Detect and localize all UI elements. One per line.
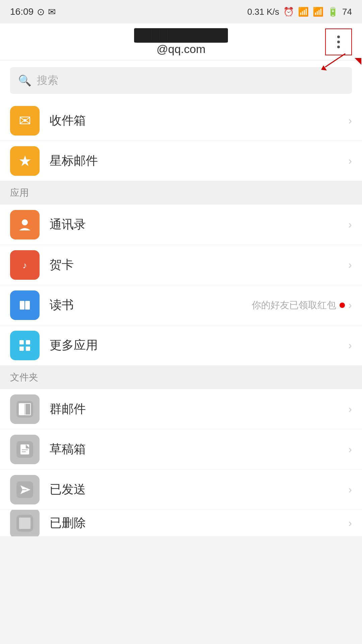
deleted-label: 已删除 [50, 515, 348, 531]
contacts-label: 通讯录 [50, 216, 348, 233]
sent-item[interactable]: 已发送 › [0, 470, 362, 510]
chevron-right-icon: › [348, 403, 352, 415]
folders-section-header: 文件夹 [0, 366, 362, 389]
reading-item[interactable]: 读书 你的好友已领取红包 › [0, 285, 362, 325]
chevron-right-icon: › [348, 299, 352, 311]
chevron-right-icon: › [348, 218, 352, 231]
three-dots-icon [337, 36, 340, 48]
group-mail-label: 群邮件 [50, 401, 348, 417]
inbox-label: 收件箱 [50, 112, 348, 129]
battery-level: 74 [342, 7, 352, 17]
user-email: ███████████@qq.com [124, 28, 238, 56]
chevron-right-icon: › [348, 155, 352, 167]
alarm-icon: ⏰ [283, 7, 294, 17]
contacts-item[interactable]: 通讯录 › [0, 205, 362, 245]
more-apps-item[interactable]: 更多应用 › [0, 325, 362, 366]
drafts-label: 草稿箱 [50, 441, 348, 458]
search-input-wrapper[interactable]: 🔍 搜索 [10, 67, 352, 94]
svg-rect-8 [25, 301, 30, 310]
svg-text:♪: ♪ [23, 260, 27, 270]
drafts-icon [10, 435, 40, 464]
drafts-item[interactable]: 草稿箱 › [0, 429, 362, 470]
svg-rect-6 [16, 297, 33, 314]
search-section: 🔍 搜索 [0, 60, 362, 101]
inbox-item[interactable]: ✉ 收件箱 › [0, 101, 362, 141]
app-header: ███████████@qq.com [0, 23, 362, 60]
battery-icon: 🔋 [327, 7, 338, 17]
sent-icon [10, 475, 40, 504]
svg-rect-10 [19, 340, 24, 344]
more-apps-icon [10, 331, 40, 360]
svg-point-3 [22, 219, 28, 225]
signal-icon: 📶 [313, 7, 323, 17]
more-menu-button[interactable] [325, 29, 352, 55]
mail-notification-icon: ✉ [48, 6, 56, 17]
greeting-item[interactable]: ♪ 贺卡 › [0, 245, 362, 285]
search-icon: 🔍 [18, 74, 32, 87]
sent-label: 已发送 [50, 481, 348, 498]
inbox-icon: ✉ [10, 106, 40, 136]
greeting-label: 贺卡 [50, 257, 348, 273]
status-bar: 16:09 ⊙ ✉ 0.31 K/s ⏰ 📶 📶 🔋 74 [0, 0, 362, 23]
check-icon: ⊙ [37, 6, 45, 17]
more-apps-label: 更多应用 [50, 337, 348, 354]
starred-label: 星标邮件 [50, 153, 348, 169]
chevron-right-icon: › [348, 517, 352, 529]
status-left: 16:09 ⊙ ✉ [10, 6, 56, 17]
reading-label: 读书 [50, 297, 252, 313]
chevron-right-icon: › [348, 483, 352, 496]
reading-sub: 你的好友已领取红包 [252, 299, 345, 312]
email-redacted: ███████████ [134, 28, 228, 43]
group-mail-icon [10, 394, 40, 424]
chevron-right-icon: › [348, 114, 352, 127]
deleted-item[interactable]: 已删除 › [0, 510, 362, 537]
search-placeholder: 搜索 [37, 73, 58, 88]
apps-section-header: 应用 [0, 181, 362, 205]
svg-rect-27 [19, 518, 31, 529]
reading-icon [10, 290, 40, 320]
svg-rect-9 [16, 337, 33, 354]
network-speed: 0.31 K/s [247, 7, 279, 17]
chevron-right-icon: › [348, 339, 352, 352]
wifi-icon: 📶 [298, 7, 309, 17]
svg-rect-11 [26, 340, 30, 344]
chevron-right-icon: › [348, 259, 352, 271]
deleted-icon [10, 510, 40, 537]
contacts-icon [10, 210, 40, 239]
greeting-icon: ♪ [10, 250, 40, 280]
chevron-right-icon: › [348, 443, 352, 455]
status-time: 16:09 [10, 6, 34, 17]
starred-item[interactable]: ★ 星标邮件 › [0, 141, 362, 181]
notification-dot [340, 303, 345, 308]
svg-rect-13 [26, 346, 30, 351]
svg-rect-15 [19, 404, 24, 415]
group-mail-item[interactable]: 群邮件 › [0, 389, 362, 429]
status-right: 0.31 K/s ⏰ 📶 📶 🔋 74 [247, 7, 352, 17]
starred-icon: ★ [10, 146, 40, 176]
svg-rect-7 [20, 301, 24, 310]
svg-rect-12 [19, 346, 24, 351]
